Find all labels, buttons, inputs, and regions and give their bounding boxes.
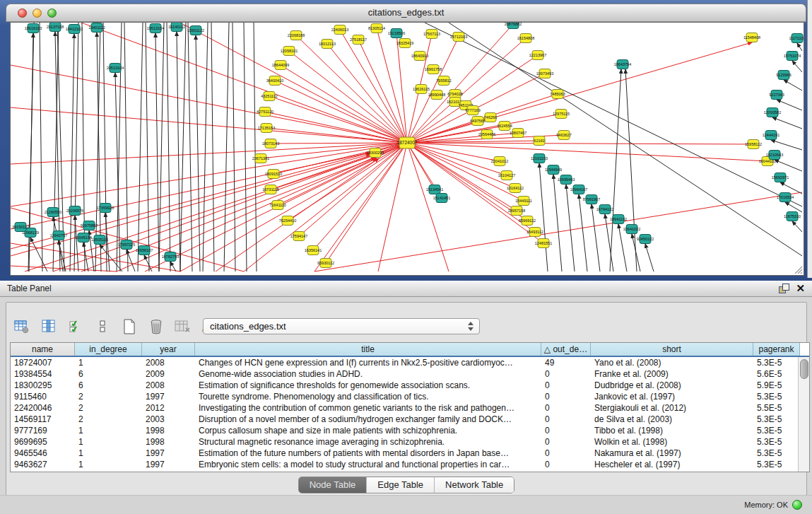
table-cell: 2009 [142, 368, 195, 380]
graph-edge [797, 43, 802, 51]
table-scrollbar[interactable] [798, 357, 809, 472]
column-header-1[interactable]: in_degree [75, 343, 142, 356]
table-row[interactable]: 946554611997Estimation of the future num… [11, 448, 809, 459]
graph-node-label: 20876882 [505, 23, 522, 26]
graph-edge [244, 23, 247, 271]
graph-edge [40, 23, 42, 271]
table-cell: Estimation of significance thresholds fo… [195, 380, 541, 391]
graph-edge [81, 158, 375, 271]
graph-node-label: 9129966 [776, 73, 791, 77]
graph-edge [289, 51, 407, 143]
graph-node-label: 15141451 [433, 196, 450, 200]
tab-network-table[interactable]: Network Table [435, 477, 514, 493]
column-header-3[interactable]: title [195, 343, 541, 356]
delete-icon[interactable] [148, 318, 165, 335]
graph-node-label: 16643794 [614, 62, 631, 66]
graph-node-label: 11645194 [75, 235, 92, 240]
status-bar: Memory: OK [0, 495, 812, 514]
table-cell: 2 [75, 402, 142, 414]
column-header-6[interactable]: pagerank [753, 343, 800, 356]
table-cell: 49 [541, 357, 591, 368]
tab-node-table[interactable]: Node Table [299, 477, 367, 493]
table-row[interactable]: 911546021997Tourette syndrome. Phenomeno… [11, 391, 809, 402]
table-settings-icon[interactable] [13, 318, 30, 335]
graph-node-label: 746266 [484, 115, 497, 119]
table-cell: de Silva et al. (2003) [591, 414, 753, 425]
graph-edge [777, 100, 802, 110]
table-row[interactable]: 969969511998Structural magnetic resonanc… [11, 436, 809, 448]
graph-window-titlebar[interactable]: citations_edges.txt [6, 4, 806, 22]
graph-edge [83, 243, 88, 271]
column-header-5[interactable]: short [591, 343, 753, 356]
close-panel-icon[interactable]: ✕ [796, 284, 805, 293]
graph-node-label: 42751120 [257, 110, 273, 114]
table-row[interactable]: 977716911998Corpus callosum shape and si… [11, 425, 809, 436]
resize-grip-icon[interactable] [793, 264, 803, 274]
table-cell: 14569117 [11, 414, 75, 425]
float-panel-icon[interactable] [779, 284, 789, 293]
table-cell: 1 [75, 448, 142, 459]
scrollbar-thumb[interactable] [800, 359, 808, 379]
graph-edge [254, 23, 257, 271]
table-cell: Embryonic stem cells: a model to study s… [195, 459, 541, 470]
table-cell: 1 [75, 425, 142, 436]
node-table[interactable]: namein_degreeyeartitle△ out_de…shortpage… [10, 342, 810, 472]
select-all-rows-icon[interactable] [67, 318, 84, 335]
graph-node-label: 11544949 [545, 168, 562, 172]
table-cell: Nakamura et al. (1997) [591, 448, 753, 459]
graph-node-label: 22068188 [288, 33, 305, 37]
table-cell: Tibbo et al. (1998) [591, 425, 753, 436]
graph-node-label: 9227343 [769, 93, 784, 97]
table-panel-header[interactable]: Table Panel ✕ [0, 281, 812, 297]
graph-edge [167, 23, 170, 271]
column-visibility-icon[interactable] [40, 318, 57, 335]
graph-node-label: 7955812 [436, 78, 451, 83]
graph-edge [216, 158, 379, 271]
graph-node-label: 12213967 [529, 53, 546, 57]
network-view[interactable]: 1872400718300295220681881205810118644099… [10, 22, 804, 276]
table-row[interactable]: 1938455462009Genome-wide association stu… [11, 368, 809, 380]
table-row[interactable]: 1456911722003Disruption of a novel membe… [11, 414, 809, 425]
minimize-window-button[interactable] [33, 8, 42, 18]
graph-edge [618, 224, 627, 271]
table-cell: 2012 [142, 402, 195, 414]
table-row[interactable]: 1830029562008Estimation of significance … [11, 380, 809, 391]
table-row[interactable]: 1872400712008Changes of HCN gene express… [11, 357, 809, 368]
new-file-icon[interactable] [121, 318, 138, 335]
row-height-icon[interactable] [94, 318, 111, 335]
table-cell: 18724007 [11, 357, 75, 368]
graph-edge [224, 23, 229, 271]
graph-node-label: 62160 [534, 139, 544, 143]
graph-node-label: 20564486 [478, 132, 495, 136]
table-cell: 0 [541, 448, 591, 459]
close-window-button[interactable] [18, 8, 27, 18]
table-selector-dropdown[interactable]: citations_edges.txt [203, 318, 480, 334]
graph-edge [115, 73, 120, 271]
graph-node-label: 20206576 [66, 209, 83, 213]
table-cell: 5.3E-5 [753, 357, 800, 368]
graph-node-label: 1624554 [497, 124, 512, 128]
column-header-4[interactable]: △ out_de… [541, 343, 591, 356]
graph-node-label: 10973493 [536, 71, 553, 76]
graph-node-label: 18990448 [428, 93, 445, 97]
table-row[interactable]: 2242004622012Investigating the contribut… [11, 402, 809, 414]
graph-node-label: 10964107 [570, 187, 587, 192]
graph-edge [177, 32, 180, 271]
zoom-window-button[interactable] [47, 8, 57, 18]
graph-node-label: 12058101 [281, 49, 298, 53]
table-row[interactable]: 946362711997Embryonic stem cells: a mode… [11, 459, 809, 470]
graph-node-label: 18325419 [396, 41, 413, 45]
graph-node-label: 12161103 [531, 156, 548, 160]
graph-edge [425, 23, 802, 206]
graph-node-label: 12481551 [535, 241, 552, 245]
graph-node-label: 10164112 [507, 186, 524, 190]
graph-node-label: 19218506 [388, 31, 405, 35]
column-header-2[interactable]: year [142, 343, 195, 356]
table-cell: 2008 [142, 380, 195, 391]
tab-edge-table[interactable]: Edge Table [367, 477, 435, 493]
column-header-0[interactable]: name [11, 343, 75, 356]
table-cell: 18300295 [11, 380, 75, 391]
table-cell: 1997 [142, 391, 195, 402]
graph-node-label: 9463627 [556, 133, 571, 137]
table-cell: 2 [75, 391, 142, 402]
